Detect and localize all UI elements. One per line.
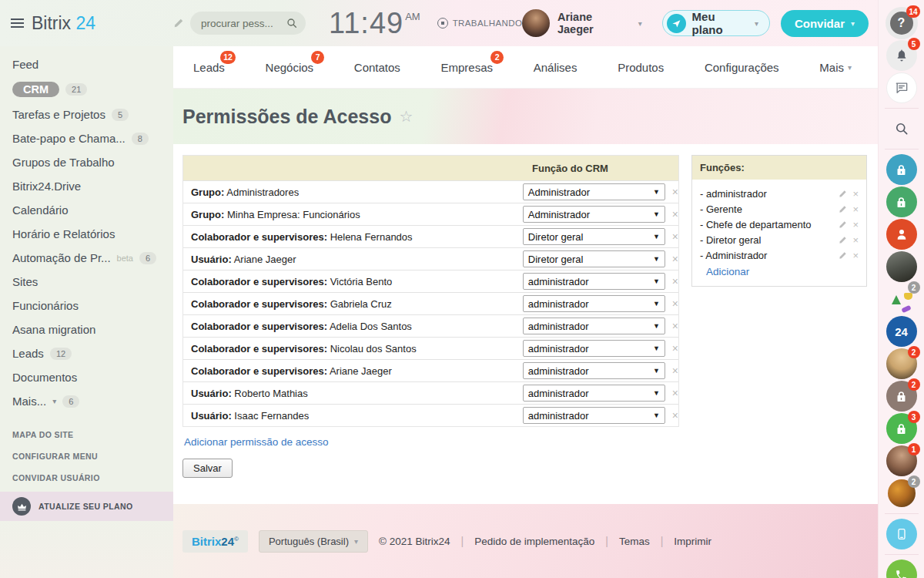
edit-role-icon[interactable] — [839, 251, 847, 260]
invite-button[interactable]: Convidar ▾ — [781, 10, 869, 37]
search-input[interactable] — [201, 18, 286, 29]
remove-permission-icon[interactable]: × — [672, 388, 678, 398]
crm-role-select[interactable]: administrador▼ — [523, 273, 665, 290]
tab-negocios[interactable]: Negócios 7 — [266, 61, 314, 74]
edit-role-icon[interactable] — [839, 236, 847, 244]
menu-icon[interactable] — [11, 18, 24, 28]
delete-role-icon[interactable]: × — [852, 188, 859, 200]
private-chat-blue[interactable] — [886, 153, 918, 186]
right-rail: 14 ? 5 — [878, 0, 924, 578]
remove-permission-icon[interactable]: × — [672, 254, 678, 264]
edit-role-icon[interactable] — [839, 205, 847, 213]
sidebar-item-sites[interactable]: Sites — [0, 270, 173, 294]
sitemap-link[interactable]: MAPA DO SITE — [0, 424, 173, 445]
contact-chat[interactable] — [886, 218, 918, 250]
group-chat-photo[interactable]: 2 — [886, 477, 918, 509]
tab-configuracoes[interactable]: Configurações — [705, 61, 779, 74]
bitrix24-network-chat[interactable]: 24 — [886, 315, 918, 348]
remove-permission-icon[interactable]: × — [672, 343, 678, 354]
remove-permission-icon[interactable]: × — [672, 365, 678, 376]
crm-role-select[interactable]: Diretor geral▼ — [523, 228, 665, 245]
role-column-header: Função do CRM — [532, 163, 608, 174]
bitrix24-app: Bitrix 24 11:49 AM TRABALHANDO Ariane Ja… — [0, 0, 924, 578]
workday-status[interactable]: TRABALHANDO — [437, 18, 523, 29]
remove-permission-icon[interactable]: × — [672, 187, 678, 197]
remove-permission-icon[interactable]: × — [672, 410, 678, 421]
crm-role-select[interactable]: administrador▼ — [523, 295, 665, 312]
chat-colleague-female-2[interactable]: 1 — [886, 445, 918, 477]
sidebar-item-batepapo[interactable]: Bate-papo e Chama... 8 — [0, 126, 173, 150]
private-chat-green[interactable] — [886, 186, 918, 218]
telephony-button[interactable] — [886, 559, 918, 578]
favorite-star-icon[interactable]: ☆ — [399, 107, 413, 126]
sidebar-item-asana[interactable]: Asana migration — [0, 318, 173, 341]
work-clock[interactable]: 11:49 AM — [329, 8, 420, 39]
profile-menu[interactable]: Ariane Jaeger ▾ — [522, 9, 642, 37]
tab-empresas[interactable]: Empresas 2 — [441, 61, 494, 74]
sidebar-item-horario[interactable]: Horário e Relatórios — [0, 222, 173, 246]
crm-role-select[interactable]: Diretor geral▼ — [523, 250, 665, 267]
table-row: Colaborador e supervisores: Helena Ferna… — [183, 225, 678, 247]
sidebar-item-documentos[interactable]: Documentos — [0, 365, 173, 389]
crm-role-select[interactable]: Administrador▼ — [523, 206, 665, 223]
help-button[interactable]: 14 ? — [886, 7, 918, 39]
remove-permission-icon[interactable]: × — [672, 321, 678, 331]
print-link[interactable]: Imprimir — [674, 536, 711, 547]
invite-user-link[interactable]: CONVIDAR USUÁRIO — [0, 467, 173, 489]
sidebar-item-mais[interactable]: Mais... ▾ 6 — [0, 389, 173, 413]
tab-contatos[interactable]: Contatos — [354, 61, 400, 74]
crm-role-select[interactable]: administrador▼ — [523, 318, 665, 334]
sidebar-item-feed[interactable]: Feed — [0, 52, 173, 76]
save-button[interactable]: Salvar — [182, 459, 233, 478]
chevron-down-icon: ▾ — [354, 537, 358, 546]
crm-role-select[interactable]: administrador▼ — [523, 385, 665, 402]
language-select[interactable]: Português (Brasil) ▾ — [259, 530, 368, 553]
group-chat-brown[interactable]: 2 — [886, 380, 918, 412]
chat-colleague-female-1[interactable]: 2 — [886, 348, 918, 380]
edit-role-icon[interactable] — [839, 220, 847, 229]
add-role-link[interactable]: Adicionar — [706, 266, 749, 277]
chat-colleague-male[interactable] — [886, 250, 918, 283]
footer-logo[interactable]: Bitrix24© — [182, 530, 248, 553]
sidebar-item-funcionarios[interactable]: Funcionários — [0, 294, 173, 318]
tab-leads[interactable]: Leads 12 — [193, 61, 225, 74]
sidebar-item-drive[interactable]: Bitrix24.Drive — [0, 174, 173, 198]
crm-role-select[interactable]: administrador▼ — [523, 340, 665, 357]
edit-role-icon[interactable] — [839, 190, 847, 198]
sidebar-item-crm[interactable]: CRM 21 — [0, 76, 173, 102]
delete-role-icon[interactable]: × — [852, 250, 859, 261]
delete-role-icon[interactable]: × — [852, 234, 859, 246]
edit-icon[interactable] — [173, 18, 184, 29]
tab-produtos[interactable]: Produtos — [618, 61, 664, 74]
crm-role-select[interactable]: administrador▼ — [523, 362, 665, 379]
my-plan-button[interactable]: Meu plano ▾ — [662, 10, 770, 36]
rail-search-button[interactable] — [886, 113, 918, 145]
crm-role-select[interactable]: Administrador▼ — [523, 183, 665, 200]
remove-permission-icon[interactable]: × — [672, 298, 678, 309]
configure-menu-link[interactable]: CONFIGURAR MENU — [0, 445, 173, 467]
add-permission-link[interactable]: Adicionar permissão de acesso — [184, 436, 329, 448]
notifications-button[interactable]: 5 — [886, 39, 918, 72]
mobile-app-button[interactable] — [886, 518, 918, 550]
remove-permission-icon[interactable]: × — [672, 231, 678, 242]
messenger-button[interactable] — [886, 72, 918, 104]
sidebar-item-tarefas[interactable]: Tarefas e Projetos 5 — [0, 102, 173, 126]
delete-role-icon[interactable]: × — [852, 219, 859, 230]
sidebar-item-calendario[interactable]: Calendário — [0, 198, 173, 222]
sidebar-item-grupos[interactable]: Grupos de Trabalho — [0, 150, 173, 174]
remove-permission-icon[interactable]: × — [672, 209, 678, 220]
themes-link[interactable]: Temas — [619, 536, 650, 547]
crm-role-select[interactable]: administrador▼ — [523, 407, 665, 424]
upgrade-plan-button[interactable]: ATUALIZE SEU PLANO — [0, 492, 173, 521]
counter-badge: 2 — [908, 281, 920, 294]
delete-role-icon[interactable]: × — [852, 203, 859, 215]
sidebar-item-automacao[interactable]: Automação de Pr... beta 6 — [0, 246, 173, 270]
group-chat-green[interactable]: 3 — [886, 412, 918, 445]
implementation-request-link[interactable]: Pedido de implementação — [474, 536, 594, 547]
remove-permission-icon[interactable]: × — [672, 276, 678, 287]
tab-analises[interactable]: Análises — [534, 61, 578, 74]
stickers-chat[interactable]: 2 — [886, 283, 918, 315]
tab-mais[interactable]: Mais ▾ — [819, 61, 852, 74]
search-box[interactable] — [190, 12, 306, 35]
sidebar-item-leads[interactable]: Leads 12 — [0, 341, 173, 365]
